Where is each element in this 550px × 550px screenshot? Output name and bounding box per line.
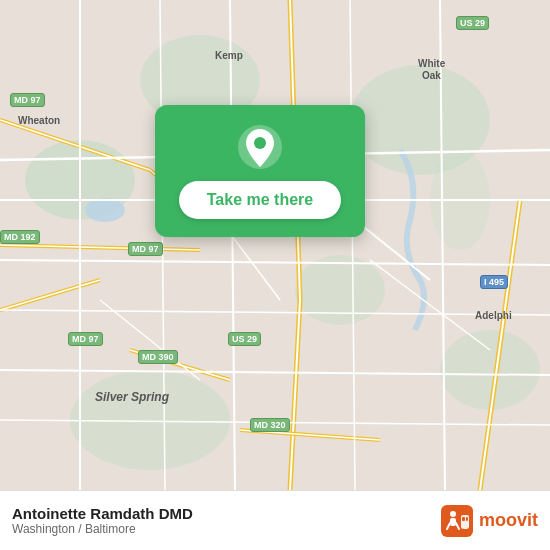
map-label-adelphi: Adelphi bbox=[475, 310, 512, 321]
map-label-kemp: Kemp bbox=[215, 50, 243, 61]
place-region: Washington / Baltimore bbox=[12, 522, 193, 536]
moovit-icon bbox=[441, 505, 473, 537]
badge-md97-bot: MD 97 bbox=[68, 332, 103, 346]
location-pin-icon bbox=[236, 123, 284, 171]
svg-rect-49 bbox=[450, 518, 456, 526]
svg-point-5 bbox=[440, 330, 540, 410]
moovit-text: moovit bbox=[479, 510, 538, 531]
badge-md192: MD 192 bbox=[0, 230, 40, 244]
svg-rect-54 bbox=[466, 517, 468, 521]
map-container: Wheaton White Oak Kemp Four Corners Silv… bbox=[0, 0, 550, 490]
moovit-logo: moovit bbox=[441, 505, 538, 537]
action-card: Take me there bbox=[155, 105, 365, 237]
map-label-wheaton: Wheaton bbox=[18, 115, 60, 126]
badge-md320: MD 320 bbox=[250, 418, 290, 432]
svg-point-55 bbox=[461, 528, 464, 531]
place-name: Antoinette Ramdath DMD bbox=[12, 505, 193, 522]
map-label-white: White bbox=[418, 58, 445, 69]
svg-point-56 bbox=[466, 528, 469, 531]
badge-md390: MD 390 bbox=[138, 350, 178, 364]
svg-point-48 bbox=[450, 511, 456, 517]
map-label-silver-spring: Silver Spring bbox=[95, 390, 169, 404]
svg-point-46 bbox=[254, 137, 266, 149]
badge-i495: I 495 bbox=[480, 275, 508, 289]
badge-md97-top: MD 97 bbox=[10, 93, 45, 107]
map-label-oak: Oak bbox=[422, 70, 441, 81]
svg-point-6 bbox=[70, 370, 230, 470]
svg-point-4 bbox=[295, 255, 385, 325]
bottom-info: Antoinette Ramdath DMD Washington / Balt… bbox=[12, 505, 193, 536]
svg-point-8 bbox=[85, 198, 125, 222]
svg-rect-53 bbox=[462, 517, 465, 521]
badge-md97-mid: MD 97 bbox=[128, 242, 163, 256]
bottom-bar: Antoinette Ramdath DMD Washington / Balt… bbox=[0, 490, 550, 550]
badge-us29-bot: US 29 bbox=[228, 332, 261, 346]
svg-rect-52 bbox=[461, 515, 469, 529]
badge-us29-top: US 29 bbox=[456, 16, 489, 30]
take-me-there-button[interactable]: Take me there bbox=[179, 181, 341, 219]
